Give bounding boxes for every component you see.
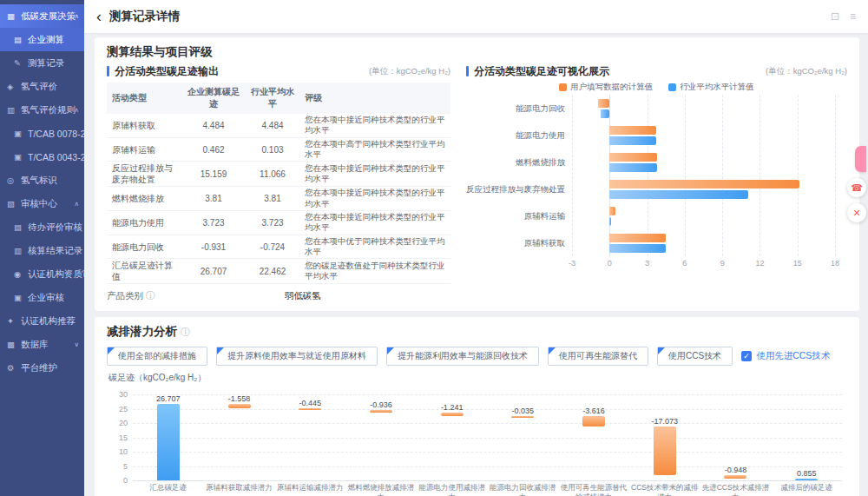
- table-cell: 3.723: [246, 211, 299, 235]
- advanced-ccs-checkbox[interactable]: ✓ 使用先进CCS技术: [741, 350, 830, 362]
- measure-button-3[interactable]: 提升能源利用效率与能源回收技术: [386, 347, 539, 366]
- app-root: ▦低碳发展决策∧▤企业测算✎测算记录◈氢气评价▥氢气评价规则∧▣T/CAB 00…: [0, 0, 868, 496]
- sidebar-item-tcab-0043-2025[interactable]: ▣T/CAB 0043-2025: [0, 145, 84, 169]
- table-cell: 能源电力回收: [107, 235, 181, 259]
- sidebar-item-tcab-0078-2020[interactable]: ▣T/CAB 0078-2020: [0, 122, 84, 145]
- table-row: 反应过程排放与废弃物处置15.15911.066您在本项中接近同种技术类型的行业…: [107, 162, 450, 187]
- sidebar-item-hydrogen-eval[interactable]: ◈氢气评价: [0, 75, 84, 98]
- measure-button-2[interactable]: 提升原料使用效率与就近使用原材料: [216, 347, 378, 366]
- sidebar-item-hydrogen-label[interactable]: ◎氢气标识: [0, 169, 84, 192]
- sidebar-item-label: 认证机构推荐: [21, 315, 76, 327]
- section-marker: [466, 66, 469, 76]
- user-value-bar: [609, 153, 657, 162]
- caret-icon: ∧: [75, 200, 80, 208]
- chart-legend: 用户填写数据的计算值行业平均水平计算值: [466, 81, 847, 94]
- industry-value-bar: [609, 163, 657, 172]
- measure-button-5[interactable]: 使用CCS技术: [657, 347, 733, 366]
- measure-button-1[interactable]: 使用全部的减排措施: [107, 347, 207, 366]
- sidebar-item-low-carbon-decision[interactable]: ▦低碳发展决策∧: [0, 4, 84, 28]
- results-card: 测算结果与项目评级 分活动类型碳足迹输出 (单位：kgCO₂e/kg H₂) 活…: [95, 37, 859, 311]
- hydrogen-eval-rules-icon: ▥: [7, 105, 18, 115]
- sidebar-item-cert-org-qualification-audit[interactable]: ◉认证机构资质审核: [0, 262, 84, 286]
- waterfall-y-axis-label: 碳足迹（kgCO₂e/kg H₂）: [108, 372, 847, 383]
- calc-records-icon: ✎: [14, 58, 25, 68]
- enterprise-calc-icon: ▤: [14, 35, 25, 44]
- bar-value-label: -1.558: [204, 394, 275, 403]
- y-tick-label: 5: [107, 462, 128, 471]
- advanced-ccs-label: 使用先进CCS技术: [756, 350, 830, 362]
- legend-label: 用户填写数据的计算值: [570, 82, 653, 93]
- sidebar-item-database[interactable]: ▩数据库∨: [0, 333, 84, 356]
- sidebar-item-label: 认证机构资质审核: [28, 268, 84, 281]
- x-tick-label: 3: [637, 259, 658, 268]
- sidebar-item-label: 数据库: [21, 339, 49, 351]
- sidebar-item-pending-eval-audit[interactable]: ▤待办评价审核: [0, 215, 84, 239]
- bar-category-label: CCS技术带来的减排潜力: [629, 483, 700, 496]
- floating-close-button[interactable]: ✕: [847, 203, 866, 222]
- bar-category-label: 能源电力回收减排潜力: [488, 483, 559, 496]
- x-tick-label: 18: [825, 259, 845, 268]
- y-tick-label: 10: [107, 447, 128, 456]
- caret-icon: ∨: [75, 341, 80, 348]
- y-tick-label: 0: [107, 476, 128, 485]
- phone-icon: ☎: [851, 182, 863, 194]
- footprint-table-panel: 分活动类型碳足迹输出 (单位：kgCO₂e/kg H₂) 活动类型企业测算碳足迹…: [107, 64, 450, 304]
- column-header: 企业测算碳足迹: [181, 83, 246, 114]
- bar-value-label: -0.035: [488, 407, 559, 415]
- section-marker: [107, 66, 109, 76]
- fullscreen-icon[interactable]: ⊡: [831, 10, 839, 23]
- info-icon[interactable]: ⓘ: [146, 290, 155, 301]
- reduction-card: 减排潜力分析ⓘ 使用全部的减排措施提升原料使用效率与就近使用原材料提升能源利用效…: [95, 317, 859, 496]
- info-icon[interactable]: ⓘ: [181, 327, 190, 337]
- legend-item[interactable]: 用户填写数据的计算值: [559, 81, 653, 94]
- legend-item[interactable]: 行业平均水平计算值: [668, 81, 754, 94]
- sidebar-item-calc-records[interactable]: ✎测算记录: [0, 51, 84, 75]
- more-icon[interactable]: ≡: [850, 10, 856, 23]
- sidebar-item-label: 待办评价审核: [28, 222, 82, 234]
- sidebar-item-cert-org-recommend[interactable]: ✦认证机构推荐: [0, 309, 84, 333]
- floating-service-button[interactable]: ☎: [847, 178, 866, 197]
- back-button[interactable]: ‹: [96, 9, 102, 24]
- table-cell: 反应过程排放与废弃物处置: [107, 162, 181, 187]
- x-tick-label: -3: [562, 259, 582, 268]
- platform-maintenance-icon: ⚙: [7, 363, 18, 373]
- sidebar-item-audit-center[interactable]: ▧审核中心∧: [0, 192, 84, 215]
- sidebar-item-hydrogen-eval-rules[interactable]: ▥氢气评价规则∧: [0, 98, 84, 122]
- sidebar-item-label: 氢气评价规则: [21, 104, 76, 116]
- bar-category-label: 使用可再生能源替代的减排潜力: [558, 483, 629, 496]
- table-cell: 11.066: [246, 162, 299, 187]
- waterfall-bar: [795, 479, 818, 481]
- database-icon: ▩: [7, 340, 18, 349]
- bar-value-label: -17.073: [629, 417, 700, 426]
- measure-button-4[interactable]: 使用可再生能源替代: [548, 347, 648, 366]
- floating-tab[interactable]: [855, 146, 866, 172]
- product-category-value: 弱低碳氢: [155, 290, 451, 302]
- sidebar-item-platform-maintenance[interactable]: ⚙平台维护: [0, 356, 84, 380]
- bar-category-label: 能源电力使用减排潜力: [417, 483, 488, 496]
- y-tick-label: 20: [107, 419, 128, 427]
- waterfall-bar: [157, 404, 180, 480]
- table-cell: 0.462: [181, 137, 246, 162]
- table-row: 能源电力回收-0.931-0.724您在本项中优于同种技术类型行业平均水平: [107, 235, 450, 259]
- table-cell: 4.484: [246, 114, 299, 137]
- grid-line: [835, 95, 836, 256]
- table-cell: 原辅料运输: [107, 137, 181, 162]
- waterfall-bar: [582, 416, 605, 427]
- topbar-icons: ⊡ ≡: [831, 10, 856, 23]
- sidebar-item-accounting-result-records[interactable]: ▥核算结果记录: [0, 239, 84, 262]
- hydrogen-eval-icon: ◈: [7, 82, 18, 91]
- table-row: 原辅料获取4.4844.484您在本项中接近同种技术类型的行业平均水平: [107, 114, 450, 137]
- sidebar-item-enterprise-calc[interactable]: ▤企业测算: [0, 28, 84, 51]
- category-label: 反应过程排放与废弃物处置: [466, 175, 565, 202]
- table-row: 燃料燃烧排放3.813.81您在本项中接近同种技术类型的行业平均水平: [107, 187, 450, 211]
- table-cell: 您在本项中接近同种技术类型的行业平均水平: [299, 114, 450, 137]
- footprint-chart-unit: (单位：kgCO₂e/kg H₂): [766, 66, 847, 77]
- bar-value-label: -1.241: [417, 403, 488, 412]
- sidebar-item-enterprise-audit[interactable]: ▣企业审核: [0, 286, 84, 309]
- pending-eval-audit-icon: ▤: [14, 222, 25, 232]
- table-row: 能源电力使用3.7233.723您在本项中接近同种技术类型的行业平均水平: [107, 211, 450, 235]
- user-value-bar: [609, 126, 656, 135]
- table-cell: 您的碳足迹数值处于同种技术类型行业平均水平: [299, 259, 450, 284]
- waterfall-bar: [724, 475, 746, 478]
- category-label: 原辅料运输: [466, 202, 565, 229]
